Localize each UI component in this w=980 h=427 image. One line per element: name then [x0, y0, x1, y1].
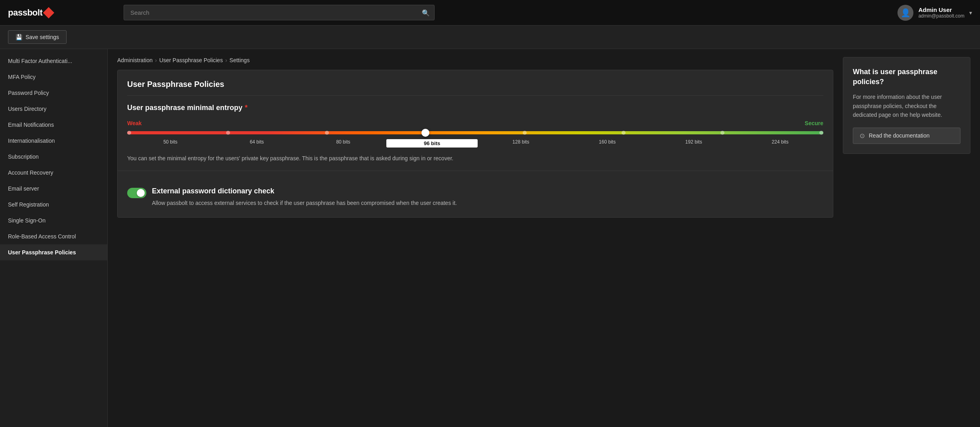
main-layout: Multi Factor Authenticati... MFA Policy …: [0, 49, 980, 427]
entropy-slider[interactable]: 50 bits 64 bits 80 bits 96 bits 128 bits…: [127, 131, 823, 148]
sidebar-item-internationalisation[interactable]: Internationalisation: [0, 133, 107, 149]
slider-label-160: 160 bits: [564, 139, 651, 148]
slider-dots: [127, 131, 823, 135]
slider-label-50: 50 bits: [127, 139, 214, 148]
help-title: What is user passphrase policies?: [853, 67, 960, 87]
save-icon: 💾: [16, 34, 22, 40]
search-icon: 🔍: [422, 9, 430, 16]
slider-dot-50: [127, 131, 131, 135]
page-main: Administration › User Passphrase Policie…: [117, 57, 833, 224]
breadcrumb-sep2: ›: [225, 57, 227, 63]
user-area[interactable]: 👤 Admin User admin@passbolt.com ▾: [897, 5, 972, 21]
save-label: Save settings: [26, 34, 59, 40]
entropy-section: User passphrase minimal entropy * Weak S…: [127, 104, 823, 163]
slider-label-192: 192 bits: [651, 139, 737, 148]
external-check-toggle[interactable]: [127, 188, 146, 198]
slider-label-128: 128 bits: [478, 139, 564, 148]
chevron-down-icon: ▾: [969, 10, 972, 16]
slider-dot-80: [325, 131, 329, 135]
sidebar-item-mfa[interactable]: Multi Factor Authenticati...: [0, 53, 107, 69]
label-weak: Weak: [127, 120, 142, 126]
help-panel: What is user passphrase policies? For mo…: [843, 57, 970, 154]
weak-secure-row: Weak Secure: [127, 120, 823, 126]
user-name: Admin User: [918, 6, 964, 13]
slider-label-64: 64 bits: [214, 139, 300, 148]
required-star: *: [245, 104, 248, 112]
search-bar: 🔍: [124, 5, 435, 20]
search-input[interactable]: [124, 5, 435, 20]
slider-label-96-active: 96 bits: [386, 139, 478, 148]
breadcrumb-admin: Administration: [117, 57, 153, 63]
entropy-description: You can set the minimal entropy for the …: [127, 154, 823, 163]
sidebar-item-user-passphrase-policies[interactable]: User Passphrase Policies: [0, 244, 107, 260]
slider-dot-192: [720, 131, 724, 135]
sidebar-item-password-policy[interactable]: Password Policy: [0, 85, 107, 101]
slider-dot-224: [819, 131, 823, 135]
breadcrumb-policies: User Passphrase Policies: [159, 57, 223, 63]
slider-dot-128: [523, 131, 527, 135]
documentation-icon: ⊙: [860, 132, 865, 140]
slider-track: [127, 131, 823, 134]
external-check-description: Allow passbolt to access external servic…: [152, 199, 457, 207]
external-check-title: External password dictionary check: [152, 187, 457, 195]
user-email: admin@passbolt.com: [918, 13, 964, 19]
sidebar-item-email-server[interactable]: Email server: [0, 181, 107, 197]
page-title: User Passphrase Policies: [127, 80, 823, 96]
sidebar-item-email-notifications[interactable]: Email Notifications: [0, 117, 107, 133]
sidebar: Multi Factor Authenticati... MFA Policy …: [0, 49, 108, 427]
toggle-track: [127, 188, 146, 198]
logo-diamond-icon: [43, 7, 54, 18]
save-button[interactable]: 💾 Save settings: [8, 30, 67, 44]
read-documentation-button[interactable]: ⊙ Read the documentation: [853, 128, 960, 144]
section-divider: [118, 171, 833, 171]
toggle-knob: [137, 189, 145, 197]
breadcrumb-sep1: ›: [155, 57, 157, 63]
slider-label-80: 80 bits: [300, 139, 387, 148]
toolbar: 💾 Save settings: [0, 26, 980, 49]
sidebar-item-users-directory[interactable]: Users Directory: [0, 101, 107, 117]
breadcrumb: Administration › User Passphrase Policie…: [117, 57, 833, 63]
label-secure: Secure: [805, 120, 823, 126]
breadcrumb-settings: Settings: [230, 57, 250, 63]
doc-link-label: Read the documentation: [869, 132, 930, 139]
sidebar-item-subscription[interactable]: Subscription: [0, 149, 107, 165]
sidebar-item-self-registration[interactable]: Self Registration: [0, 197, 107, 213]
external-check-section: External password dictionary check Allow…: [127, 179, 823, 207]
logo-area: passbolt: [8, 8, 116, 18]
avatar: 👤: [897, 5, 913, 21]
toggle-content: External password dictionary check Allow…: [152, 187, 457, 207]
top-header: passbolt 🔍 👤 Admin User admin@passbolt.c…: [0, 0, 980, 26]
sidebar-item-rbac[interactable]: Role-Based Access Control: [0, 228, 107, 244]
slider-thumb[interactable]: [421, 129, 429, 137]
sidebar-item-account-recovery[interactable]: Account Recovery: [0, 165, 107, 181]
slider-dot-160: [622, 131, 626, 135]
sidebar-item-mfa-policy[interactable]: MFA Policy: [0, 69, 107, 85]
help-description: For more information about the user pass…: [853, 92, 960, 119]
slider-labels: 50 bits 64 bits 80 bits 96 bits 128 bits…: [127, 139, 823, 148]
slider-label-224: 224 bits: [737, 139, 823, 148]
sidebar-item-sso[interactable]: Single Sign-On: [0, 213, 107, 228]
content-area: Administration › User Passphrase Policie…: [108, 49, 980, 427]
entropy-title: User passphrase minimal entropy *: [127, 104, 823, 112]
main-card: User Passphrase Policies User passphrase…: [117, 70, 833, 218]
slider-dot-64: [226, 131, 230, 135]
logo-text: passbolt: [8, 8, 42, 18]
